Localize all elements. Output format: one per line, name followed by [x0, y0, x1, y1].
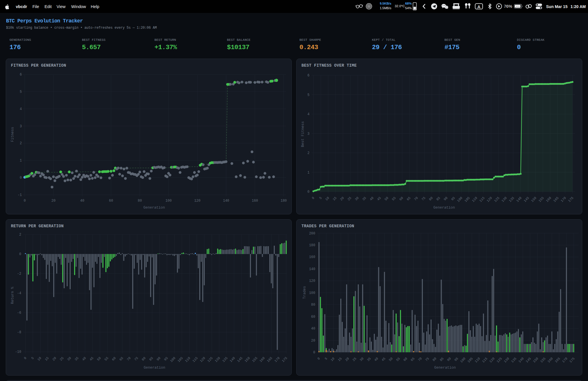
svg-text:160: 160	[309, 255, 315, 259]
svg-text:145: 145	[523, 196, 530, 203]
svg-text:100: 100	[456, 196, 463, 203]
svg-text:1: 1	[307, 171, 310, 175]
svg-text:5: 5	[324, 357, 328, 361]
svg-text:4: 4	[307, 112, 310, 116]
svg-text:80: 80	[432, 357, 437, 362]
svg-text:170: 170	[561, 357, 568, 363]
svg-text:0: 0	[313, 351, 315, 355]
svg-text:0: 0	[23, 356, 27, 360]
svg-text:40: 40	[311, 327, 315, 331]
svg-text:-8: -8	[17, 330, 21, 334]
svg-text:50: 50	[388, 357, 394, 362]
svg-text:180: 180	[309, 243, 315, 247]
svg-text:150: 150	[532, 357, 539, 363]
svg-text:-6: -6	[17, 311, 21, 315]
svg-text:60: 60	[311, 315, 315, 319]
svg-text:125: 125	[493, 196, 500, 203]
svg-text:130: 130	[214, 356, 221, 363]
svg-text:145: 145	[525, 357, 532, 363]
svg-text:170: 170	[274, 356, 281, 363]
svg-text:75: 75	[421, 196, 426, 201]
svg-text:40: 40	[80, 199, 84, 203]
svg-text:140: 140	[516, 196, 523, 203]
svg-text:155: 155	[539, 357, 546, 363]
svg-text:0: 0	[24, 199, 26, 203]
svg-text:110: 110	[474, 357, 481, 363]
svg-text:175: 175	[281, 356, 288, 363]
svg-text:115: 115	[479, 196, 486, 203]
svg-text:76%: 76%	[504, 4, 512, 9]
svg-text:20: 20	[51, 199, 55, 203]
svg-text:25: 25	[347, 196, 352, 201]
svg-text:55: 55	[104, 356, 109, 361]
svg-text:60: 60	[399, 196, 404, 201]
svg-text:165: 165	[266, 356, 273, 363]
svg-text:40: 40	[374, 357, 379, 362]
svg-text:25: 25	[59, 356, 64, 361]
svg-text:85: 85	[148, 356, 154, 361]
svg-text:Generation: Generation	[434, 366, 456, 370]
svg-text:80: 80	[311, 303, 315, 307]
svg-text:170: 170	[560, 196, 567, 203]
svg-text:70: 70	[417, 357, 423, 362]
svg-text:4: 4	[20, 107, 22, 111]
svg-text:70: 70	[413, 196, 419, 201]
svg-text:100: 100	[309, 291, 315, 295]
svg-text:Generation: Generation	[144, 366, 165, 370]
svg-text:55: 55	[391, 196, 396, 201]
svg-text:120: 120	[199, 356, 206, 363]
svg-text:3: 3	[20, 124, 22, 128]
svg-text:40: 40	[369, 196, 374, 201]
svg-text:115: 115	[481, 357, 488, 363]
svg-text:Best Fitness: Best Fitness	[301, 121, 305, 147]
svg-text:5: 5	[318, 196, 322, 200]
svg-text:75: 75	[424, 357, 430, 362]
svg-text:110: 110	[471, 196, 478, 203]
svg-text:125: 125	[207, 356, 214, 363]
svg-text:135: 135	[222, 356, 229, 363]
svg-text:50: 50	[96, 356, 102, 361]
svg-text:80: 80	[141, 356, 146, 361]
svg-text:65: 65	[119, 356, 124, 361]
svg-text:3: 3	[307, 132, 310, 136]
svg-text:140: 140	[309, 267, 315, 271]
svg-text:1: 1	[20, 159, 22, 163]
svg-text:5: 5	[31, 356, 35, 360]
svg-text:10: 10	[37, 356, 42, 361]
svg-text:85: 85	[439, 357, 444, 362]
svg-text:50: 50	[384, 196, 389, 201]
svg-text:0: 0	[19, 252, 21, 256]
svg-text:5: 5	[307, 93, 310, 97]
svg-text:0: 0	[20, 176, 22, 180]
svg-text:60: 60	[111, 356, 117, 361]
svg-text:30: 30	[354, 196, 359, 201]
svg-text:20: 20	[339, 196, 345, 201]
svg-text:100: 100	[459, 357, 466, 363]
svg-text:Fitness: Fitness	[11, 127, 15, 142]
svg-text:140: 140	[229, 356, 236, 363]
svg-text:45: 45	[381, 357, 386, 362]
svg-text:165: 165	[553, 196, 560, 203]
svg-text:-2: -2	[17, 272, 21, 276]
svg-text:85: 85	[436, 196, 441, 201]
svg-text:105: 105	[464, 196, 471, 203]
svg-text:10: 10	[324, 196, 330, 201]
svg-text:30: 30	[359, 357, 364, 362]
svg-text:30: 30	[66, 356, 72, 361]
svg-text:150: 150	[244, 356, 251, 363]
svg-text:25: 25	[352, 357, 357, 362]
svg-text:0: 0	[311, 196, 315, 200]
svg-text:125: 125	[496, 357, 503, 363]
svg-text:160: 160	[547, 357, 554, 363]
svg-text:100: 100	[169, 356, 176, 363]
svg-text:20: 20	[52, 356, 57, 361]
svg-text:2: 2	[19, 233, 21, 237]
svg-text:175: 175	[568, 357, 575, 363]
svg-text:-1: -1	[18, 193, 22, 197]
svg-text:95: 95	[450, 196, 456, 201]
svg-text:2: 2	[20, 141, 22, 145]
svg-text:180: 180	[281, 199, 287, 203]
svg-text:80: 80	[138, 199, 142, 203]
svg-text:120: 120	[309, 279, 315, 283]
svg-text:10: 10	[330, 357, 335, 362]
